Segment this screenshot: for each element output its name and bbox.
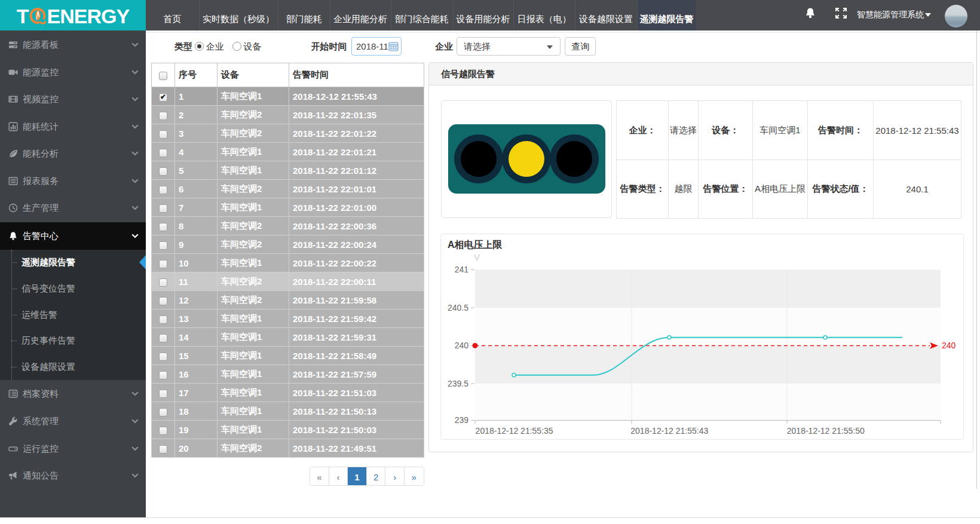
svg-text:239.5: 239.5 <box>448 379 468 388</box>
svg-text:2018-12-12 21:55:43: 2018-12-12 21:55:43 <box>630 426 708 436</box>
svg-text:240: 240 <box>942 341 956 350</box>
svg-text:240: 240 <box>455 341 469 350</box>
svg-text:2018-12-12 21:55:35: 2018-12-12 21:55:35 <box>476 426 553 436</box>
svg-text:241: 241 <box>455 265 469 274</box>
svg-text:240.5: 240.5 <box>448 303 468 312</box>
svg-text:239: 239 <box>455 415 469 425</box>
svg-text:2018-12-12 21:55:50: 2018-12-12 21:55:50 <box>787 426 865 436</box>
svg-text:V: V <box>474 253 480 262</box>
